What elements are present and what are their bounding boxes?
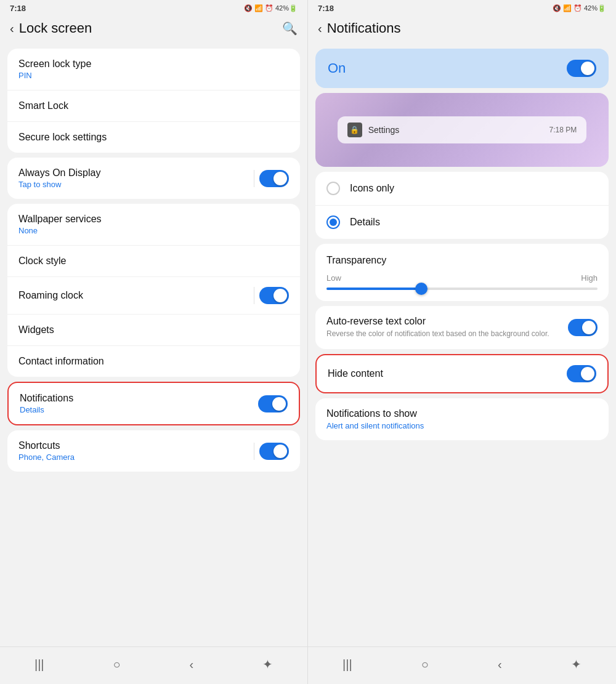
hide-content-toggle[interactable]: [567, 365, 596, 382]
auto-reverse-toggle[interactable]: [568, 319, 598, 336]
shortcuts-card: Shortcuts Phone, Camera: [7, 430, 300, 472]
screen-lock-type-item[interactable]: Screen lock type PIN: [7, 49, 300, 91]
nav-assist-right[interactable]: ✦: [561, 654, 591, 674]
left-header-left: ‹ Lock screen: [10, 20, 92, 36]
wifi-icon: 📶: [254, 4, 263, 12]
notification-preview: 🔒 Settings 7:18 PM: [338, 116, 587, 143]
right-header: ‹ Notifications: [308, 15, 616, 44]
nav-recent-right[interactable]: |||: [333, 655, 362, 674]
icons-only-radio[interactable]: [326, 182, 340, 195]
roaming-clock-item[interactable]: Roaming clock: [7, 277, 300, 315]
slider-low-label: Low: [326, 273, 341, 283]
notifications-toggle[interactable]: [258, 395, 288, 412]
shortcuts-toggle[interactable]: [259, 443, 289, 460]
nav-home-right[interactable]: ○: [411, 655, 439, 674]
transparency-slider-track[interactable]: [326, 288, 598, 290]
icons-only-label: Icons only: [350, 183, 394, 194]
notifications-to-show-card[interactable]: Notifications to show Alert and silent n…: [315, 398, 609, 440]
widgets-title: Widgets: [18, 324, 54, 336]
right-panel: 7:18 🔇 📶 ⏰ 42%🔋 ‹ Notifications On 🔒 Set…: [308, 0, 616, 684]
secure-lock-settings-item[interactable]: Secure lock settings: [7, 122, 300, 153]
secure-lock-settings-title: Secure lock settings: [18, 132, 107, 143]
back-button-right[interactable]: ‹: [318, 22, 322, 36]
widgets-item[interactable]: Widgets: [7, 315, 300, 346]
notification-preview-card: 🔒 Settings 7:18 PM: [315, 93, 609, 167]
mute-icon-right: 🔇: [553, 4, 561, 12]
right-page-title: Notifications: [327, 20, 401, 36]
always-on-display-sub: Tap to show: [18, 180, 100, 189]
auto-reverse-sub: Reverse the color of notification text b…: [326, 329, 549, 339]
status-icons-left: 🔇 📶 ⏰ 42%🔋: [244, 4, 298, 12]
always-on-display-title: Always On Display: [18, 167, 100, 179]
nav-home-left[interactable]: ○: [103, 655, 130, 674]
back-button-left[interactable]: ‹: [10, 22, 14, 36]
transparency-slider-thumb[interactable]: [415, 283, 428, 295]
mute-icon: 🔇: [244, 4, 253, 12]
notifications-item[interactable]: Notifications Details: [9, 383, 299, 424]
screen-lock-type-title: Screen lock type: [18, 58, 91, 70]
left-panel: 7:18 🔇 📶 ⏰ 42%🔋 ‹ Lock screen 🔍 Screen l…: [0, 0, 308, 684]
battery-right: 42%🔋: [584, 4, 606, 12]
wallpaper-services-sub: None: [18, 226, 102, 235]
right-content: On 🔒 Settings 7:18 PM Icons only Details: [308, 44, 616, 646]
notifications-title: Notifications: [20, 393, 73, 404]
clock-style-item[interactable]: Clock style: [7, 246, 300, 277]
notifications-sub: Details: [20, 405, 73, 414]
notif-time: 7:18 PM: [549, 126, 577, 134]
roaming-clock-title: Roaming clock: [18, 290, 83, 301]
wifi-icon-right: 📶: [563, 4, 572, 12]
screen-lock-type-sub: PIN: [18, 71, 91, 80]
alarm-icon: ⏰: [265, 4, 274, 12]
auto-reverse-title: Auto-reverse text color: [326, 316, 549, 327]
contact-information-title: Contact information: [18, 356, 104, 367]
nav-back-left[interactable]: ‹: [179, 655, 203, 674]
search-button[interactable]: 🔍: [282, 21, 298, 36]
shortcuts-title: Shortcuts: [18, 440, 75, 451]
transparency-title: Transparency: [326, 255, 598, 266]
notifications-card: Notifications Details: [7, 382, 300, 425]
notif-app-name: Settings: [368, 125, 400, 135]
smart-lock-item[interactable]: Smart Lock: [7, 91, 300, 122]
shortcuts-item[interactable]: Shortcuts Phone, Camera: [7, 430, 300, 472]
on-toggle[interactable]: [567, 60, 596, 77]
clock-style-title: Clock style: [18, 255, 66, 267]
hide-content-card[interactable]: Hide content: [315, 354, 609, 393]
icons-only-option[interactable]: Icons only: [315, 172, 609, 206]
status-bar-right: 7:18 🔇 📶 ⏰ 42%🔋: [308, 0, 616, 15]
bottom-nav-left: ||| ○ ‹ ✦: [0, 646, 307, 684]
smart-lock-title: Smart Lock: [18, 100, 68, 111]
bottom-nav-right: ||| ○ ‹ ✦: [308, 646, 616, 684]
on-label: On: [328, 60, 346, 76]
always-on-display-card: Always On Display Tap to show: [7, 158, 300, 199]
display-options-card: Icons only Details: [315, 172, 609, 239]
left-header: ‹ Lock screen 🔍: [0, 15, 307, 44]
alarm-icon-right: ⏰: [573, 4, 582, 12]
left-content: Screen lock type PIN Smart Lock Secure l…: [0, 44, 307, 646]
always-on-display-toggle[interactable]: [259, 170, 289, 187]
wallpaper-services-title: Wallpaper services: [18, 214, 102, 225]
status-time-right: 7:18: [318, 4, 334, 13]
contact-information-item[interactable]: Contact information: [7, 346, 300, 377]
nts-title: Notifications to show: [326, 408, 598, 419]
right-header-left: ‹ Notifications: [318, 20, 401, 36]
battery-text: 42%🔋: [275, 4, 298, 12]
hide-content-title: Hide content: [328, 368, 383, 379]
status-time-left: 7:18: [10, 4, 26, 13]
nav-back-right[interactable]: ‹: [488, 655, 512, 674]
details-label: Details: [350, 217, 380, 228]
nav-recent-left[interactable]: |||: [25, 655, 54, 674]
roaming-clock-toggle[interactable]: [259, 287, 289, 304]
nav-assist-left[interactable]: ✦: [253, 654, 283, 674]
always-on-display-item[interactable]: Always On Display Tap to show: [7, 158, 300, 199]
status-bar-left: 7:18 🔇 📶 ⏰ 42%🔋: [0, 0, 307, 15]
details-option[interactable]: Details: [315, 206, 609, 239]
slider-high-label: High: [581, 273, 598, 283]
transparency-slider-fill: [326, 288, 421, 290]
nts-sub: Alert and silent notifications: [326, 421, 598, 430]
lock-settings-card: Screen lock type PIN Smart Lock Secure l…: [7, 49, 300, 153]
wallpaper-services-item[interactable]: Wallpaper services None: [7, 204, 300, 246]
status-icons-right: 🔇 📶 ⏰ 42%🔋: [553, 4, 606, 12]
on-toggle-card[interactable]: On: [315, 49, 609, 88]
auto-reverse-card[interactable]: Auto-reverse text color Reverse the colo…: [315, 306, 609, 349]
details-radio[interactable]: [326, 215, 340, 229]
